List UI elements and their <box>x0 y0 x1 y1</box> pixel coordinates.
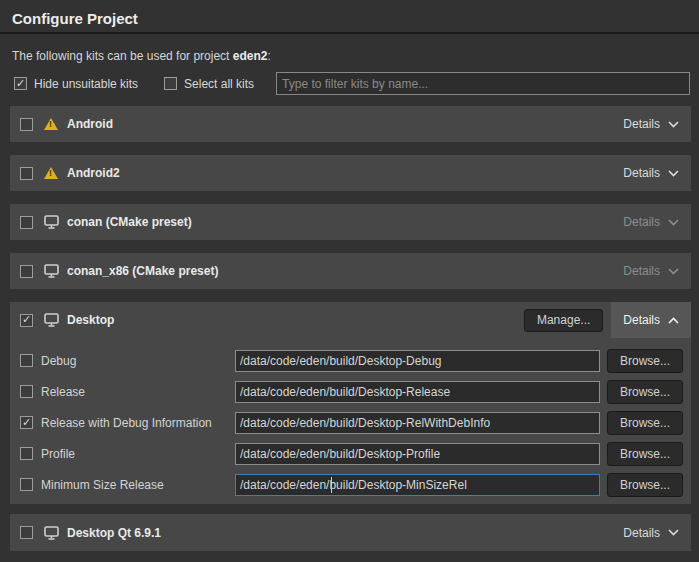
details-toggle[interactable]: Details <box>611 204 691 240</box>
intro-prefix: The following kits can be used for proje… <box>12 49 233 63</box>
details-toggle[interactable]: Details <box>611 106 691 142</box>
config-label: Profile <box>41 447 235 461</box>
browse-button[interactable]: Browse... <box>607 349 683 373</box>
intro-text: The following kits can be used for proje… <box>12 49 271 63</box>
build-dir-input[interactable] <box>235 350 600 372</box>
kit-panel-android: Android Details <box>10 106 691 142</box>
details-label: Details <box>623 166 660 180</box>
desktop-icon <box>42 313 60 327</box>
config-label: Debug <box>41 354 235 368</box>
build-dir-input[interactable] <box>235 474 600 496</box>
details-label: Details <box>623 526 660 540</box>
chevron-down-icon <box>668 121 679 128</box>
warning-icon <box>42 118 60 130</box>
configure-project-page: Configure Project The following kits can… <box>0 0 699 562</box>
details-toggle[interactable]: Details <box>611 302 691 338</box>
build-config-row-minsizerel: Minimum Size Release Browse... <box>10 469 691 500</box>
config-checkbox[interactable] <box>20 416 33 429</box>
kit-panel-conan-x86: conan_x86 (CMake preset) Details <box>10 253 691 289</box>
select-all-kits-checkbox[interactable] <box>164 77 177 90</box>
kit-name: conan_x86 (CMake preset) <box>67 264 218 278</box>
kit-header: Desktop Manage... Details <box>10 302 691 338</box>
details-toggle[interactable]: Details <box>611 515 691 551</box>
hide-unsuitable-checkbox[interactable] <box>14 77 27 90</box>
kit-checkbox[interactable] <box>20 526 33 539</box>
details-label: Details <box>623 117 660 131</box>
warning-icon <box>42 167 60 179</box>
kit-panel-conan: conan (CMake preset) Details <box>10 204 691 240</box>
build-dir-input[interactable] <box>235 412 600 434</box>
text-caret <box>331 477 332 493</box>
chevron-up-icon <box>668 317 679 324</box>
title-divider <box>0 32 699 34</box>
browse-button[interactable]: Browse... <box>607 380 683 404</box>
kit-checkbox[interactable] <box>20 265 33 278</box>
kit-checkbox[interactable] <box>20 314 33 327</box>
kit-panel-desktop-qt: Desktop Qt 6.9.1 Details <box>10 514 691 551</box>
kit-name: Android2 <box>67 166 120 180</box>
chevron-down-icon <box>668 219 679 226</box>
desktop-icon <box>42 264 60 278</box>
kit-checkbox[interactable] <box>20 216 33 229</box>
page-title: Configure Project <box>12 10 138 27</box>
intro-suffix: : <box>267 49 270 63</box>
project-name: eden2 <box>233 49 268 63</box>
kit-filter-input[interactable] <box>276 72 690 95</box>
kit-panel-android2: Android2 Details <box>10 155 691 191</box>
build-config-row-relwithdebinfo: Release with Debug Information Browse... <box>10 407 691 438</box>
config-label: Release <box>41 385 235 399</box>
kit-name: Android <box>67 117 113 131</box>
config-label: Minimum Size Release <box>41 478 235 492</box>
manage-button[interactable]: Manage... <box>524 309 603 332</box>
build-dir-input[interactable] <box>235 443 600 465</box>
kit-name: Desktop Qt 6.9.1 <box>67 526 161 540</box>
details-label: Details <box>623 215 660 229</box>
config-label: Release with Debug Information <box>41 416 235 430</box>
kit-filter-toolbar: Hide unsuitable kits Select all kits <box>14 72 690 95</box>
kit-header: Android2 Details <box>10 155 691 191</box>
desktop-icon <box>42 526 60 540</box>
kit-panel-desktop: Desktop Manage... Details Debug Browse..… <box>10 302 691 504</box>
details-toggle[interactable]: Details <box>611 253 691 289</box>
config-checkbox[interactable] <box>20 385 33 398</box>
details-label: Details <box>623 313 660 327</box>
kit-header: conan (CMake preset) Details <box>10 204 691 240</box>
desktop-icon <box>42 215 60 229</box>
config-checkbox[interactable] <box>20 447 33 460</box>
browse-button[interactable]: Browse... <box>607 473 683 497</box>
browse-button[interactable]: Browse... <box>607 442 683 466</box>
details-toggle[interactable]: Details <box>611 155 691 191</box>
build-config-list: Debug Browse... Release Browse... Releas… <box>10 338 691 504</box>
build-config-row-profile: Profile Browse... <box>10 438 691 469</box>
select-all-kits-label[interactable]: Select all kits <box>184 77 254 91</box>
build-config-row-debug: Debug Browse... <box>10 345 691 376</box>
chevron-down-icon <box>668 529 679 536</box>
build-dir-input[interactable] <box>235 381 600 403</box>
kit-name: Desktop <box>67 313 114 327</box>
chevron-down-icon <box>668 170 679 177</box>
details-label: Details <box>623 264 660 278</box>
config-checkbox[interactable] <box>20 354 33 367</box>
kit-name: conan (CMake preset) <box>67 215 192 229</box>
chevron-down-icon <box>668 268 679 275</box>
kit-header: Desktop Qt 6.9.1 Details <box>10 514 691 551</box>
config-checkbox[interactable] <box>20 478 33 491</box>
kit-checkbox[interactable] <box>20 167 33 180</box>
hide-unsuitable-label[interactable]: Hide unsuitable kits <box>34 77 138 91</box>
kit-checkbox[interactable] <box>20 118 33 131</box>
kit-header: conan_x86 (CMake preset) Details <box>10 253 691 289</box>
build-config-row-release: Release Browse... <box>10 376 691 407</box>
kit-header: Android Details <box>10 106 691 142</box>
browse-button[interactable]: Browse... <box>607 411 683 435</box>
